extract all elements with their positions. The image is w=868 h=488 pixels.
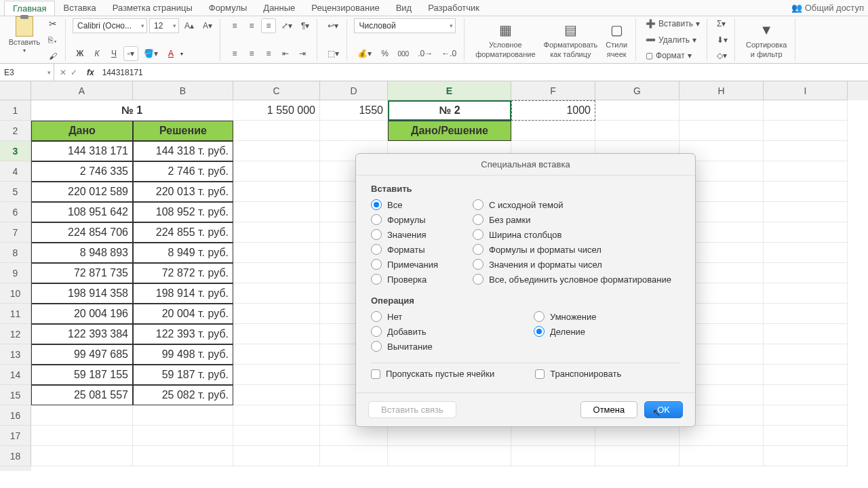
cancel-formula-button[interactable]: ✕ [60,68,66,77]
fill-color-button[interactable]: 🪣▾ [140,46,161,61]
cell[interactable]: № 2 [388,100,511,121]
format-as-table-button[interactable]: ▤Форматировать как таблицу [540,18,602,61]
cell[interactable] [511,426,595,446]
cell[interactable] [595,426,679,446]
row-header[interactable]: 13 [0,344,31,365]
cell[interactable] [233,324,320,344]
row-header[interactable]: 14 [0,365,31,385]
format-cells-button[interactable]: ▢ Формат ▾ [643,50,703,61]
radio-op-subtract[interactable]: Вычитание [371,341,534,352]
radio-noborder[interactable]: Без рамки [473,214,680,225]
cell[interactable]: 59 187 155 [31,365,133,385]
cell[interactable] [233,121,320,141]
tab-view[interactable]: Вид [388,1,420,15]
column-header[interactable]: E [388,81,511,100]
dec-decimal-button[interactable]: ←.0 [438,46,460,61]
cell[interactable]: 1550 [320,100,388,121]
column-header[interactable]: B [133,81,233,100]
align-left-button[interactable]: ≡ [227,46,242,61]
indent-dec-button[interactable]: ⇤ [278,46,293,61]
cell[interactable]: 108 951 642 [31,202,133,222]
cell[interactable] [511,121,595,141]
cell[interactable] [764,365,848,385]
row-header[interactable]: 9 [0,263,31,283]
inc-decimal-button[interactable]: .0→ [414,46,436,61]
cell[interactable]: № 1 [31,100,233,121]
cell[interactable] [31,426,133,446]
italic-button[interactable]: К [90,46,104,61]
cell[interactable] [233,405,320,426]
cell-styles-button[interactable]: ▢Стили ячеек [601,18,631,61]
row-header[interactable]: 8 [0,243,31,263]
radio-formats[interactable]: Форматы [371,244,473,255]
cell[interactable] [133,446,233,466]
radio-validation[interactable]: Проверка [371,274,473,285]
cell[interactable] [320,426,388,446]
cell[interactable] [233,446,320,466]
percent-button[interactable]: % [377,46,392,61]
row-header[interactable]: 1 [0,100,31,121]
cell[interactable]: 99 498 т. руб. [133,344,233,365]
cell[interactable] [764,385,848,405]
cell[interactable] [133,405,233,426]
cell[interactable]: Решение [133,121,233,141]
radio-theme[interactable]: С исходной темой [473,199,680,210]
row-header[interactable]: 6 [0,202,31,222]
cell[interactable] [133,426,233,446]
cell[interactable] [388,446,511,466]
radio-comments[interactable]: Примечания [371,259,473,270]
row-header[interactable]: 4 [0,161,31,182]
cell[interactable]: 8 948 893 [31,243,133,263]
cell[interactable] [320,446,388,466]
cell[interactable] [233,344,320,365]
size-combo[interactable]: 12 [149,18,179,33]
cell[interactable] [764,161,848,182]
cell[interactable] [764,283,848,304]
cell[interactable] [764,121,848,141]
number-format-combo[interactable]: Числовой [354,18,456,33]
row-header[interactable]: 18 [0,446,31,466]
radio-values[interactable]: Значения [371,229,473,240]
fx-button[interactable]: fx [83,68,98,77]
row-header[interactable]: 5 [0,182,31,202]
formula-input[interactable]: 144318171 [98,68,868,77]
row-header[interactable]: 11 [0,304,31,324]
cell[interactable] [764,100,848,121]
cell[interactable] [764,222,848,243]
cell[interactable]: 220 012 589 [31,182,133,202]
tab-insert[interactable]: Вставка [55,1,104,15]
underline-button[interactable]: Ч [106,46,121,61]
cut-button[interactable]: ✂ [45,16,61,31]
cell[interactable] [320,121,388,141]
share-button[interactable]: 👥 Общий доступ [791,3,864,13]
cell[interactable] [679,446,764,466]
cell[interactable]: 1000 [511,100,595,121]
cell[interactable] [764,243,848,263]
cell[interactable] [31,405,133,426]
column-header[interactable]: A [31,81,133,100]
paste-link-button[interactable]: Вставить связь [368,401,456,418]
tab-review[interactable]: Рецензирование [303,1,387,15]
orientation-button[interactable]: ⤢▾ [278,18,296,33]
conditional-format-button[interactable]: ▦Условное форматирование [471,18,539,61]
align-center-button[interactable]: ≡ [244,46,259,61]
wrap-text-button[interactable]: ↩▾ [324,18,342,33]
cell[interactable] [595,121,679,141]
cell[interactable] [764,263,848,283]
cell[interactable] [764,344,848,365]
cell[interactable] [233,243,320,263]
tab-layout[interactable]: Разметка страницы [104,1,201,15]
insert-cells-button[interactable]: ➕ Вставить ▾ [643,18,703,29]
font-combo[interactable]: Calibri (Осно... [73,18,147,33]
radio-op-none[interactable]: Нет [371,311,534,322]
cell[interactable] [31,446,133,466]
cell[interactable] [233,283,320,304]
ok-button[interactable]: OK [644,401,683,418]
column-header[interactable]: D [320,81,388,100]
cell[interactable] [233,365,320,385]
delete-cells-button[interactable]: ➖ Удалить ▾ [643,35,703,45]
merge-button[interactable]: ⬚▾ [324,46,342,61]
checkbox-skip-blanks[interactable]: Пропускать пустые ячейки [371,369,494,379]
cell[interactable]: 25 082 т. руб. [133,385,233,405]
cell[interactable]: 72 871 735 [31,263,133,283]
